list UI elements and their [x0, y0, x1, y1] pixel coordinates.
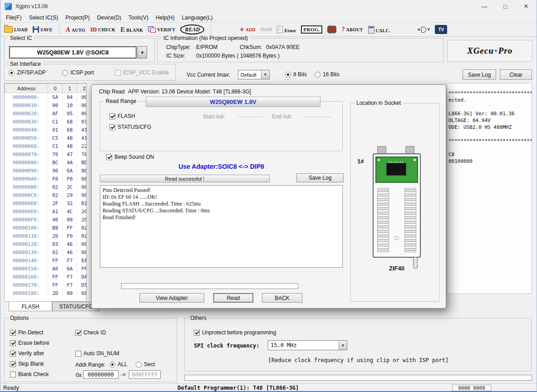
sect-radio-label: Sect — [144, 361, 155, 368]
auto-sn-checkbox[interactable]: Auto SN_NUM — [75, 350, 119, 357]
ic-select-dropdown[interactable]: ▼ — [138, 46, 147, 59]
device-log-panel[interactable]: ********************************ected.L8… — [447, 83, 532, 294]
addr-to-input[interactable]: 000FFFFF — [129, 370, 161, 379]
bits16-radio[interactable]: 16 Bits — [315, 71, 340, 78]
back-button[interactable]: BACK — [262, 293, 302, 303]
hex-row: 000000B0:022C00 — [5, 183, 87, 191]
read-log-line: ID: 0x EF 60 14 ......OK! — [103, 194, 340, 201]
unprotect-box — [194, 330, 200, 336]
ic-select[interactable]: W25Q80EW 1.8V @SOIC8 ▼ — [9, 46, 147, 59]
status-bar: Ready Default Programmer(1): T48 [TL866-… — [0, 383, 537, 392]
erase-button[interactable]: Erase — [277, 26, 296, 33]
tab-flash[interactable]: FLASH — [9, 302, 52, 311]
hex-row: 00000020:AF0500 — [5, 109, 87, 118]
zif-radio-circle — [9, 70, 15, 76]
flash-range-label: FLASH — [118, 113, 135, 119]
all-radio-circle — [109, 362, 115, 368]
menu-help[interactable]: Help(H) — [152, 14, 178, 22]
ic-test-button[interactable] — [327, 25, 336, 34]
skip-blank-checkbox[interactable]: Skip Blank — [10, 361, 44, 367]
brand-name: XGecu — [467, 46, 494, 56]
erase-label: Erase — [284, 28, 296, 33]
spi-clock-select[interactable]: 15.0 MHz ▼ — [268, 340, 347, 350]
read-log-line: Read Finished! — [103, 214, 340, 221]
device-log-line: OLTAGE: 04.94V — [448, 117, 532, 124]
toolbar: LOAD SAVE A AUTO ID CHECK E BLANK VERIFY… — [0, 22, 537, 37]
menu-bar: File(F) Select IC(S) Project(P) Device(D… — [0, 13, 537, 22]
device-log-line: ODE: USB2.0 HS 480MHZ — [448, 124, 532, 131]
read-button[interactable]: READ — [180, 24, 204, 34]
auto-button[interactable]: A AUTO — [66, 26, 85, 33]
hex-row: 00000170:FFF7D5 — [5, 281, 87, 289]
beep-sound-checkbox[interactable]: Beep Sound ON — [106, 154, 154, 160]
read-progress-caption: Read successful ! — [100, 175, 270, 182]
pin-detect-checkbox[interactable]: Pin Detect — [10, 329, 43, 336]
pin-detect-label: Pin Detect — [18, 329, 43, 336]
save-log-button[interactable]: Save Log — [463, 69, 496, 80]
addr-from-input[interactable]: 00000000 — [83, 370, 118, 379]
program-button[interactable]: PROG. — [301, 25, 322, 34]
hex-row: 00000100:B8FF02 — [5, 224, 87, 232]
verify-button[interactable]: VERIFY — [148, 26, 175, 33]
add-project-button[interactable]: + ADD — [240, 26, 256, 33]
menu-device[interactable]: Device(D) — [94, 14, 125, 22]
addr-range-sect-radio[interactable]: Sect — [136, 361, 155, 368]
blank-check-checkbox[interactable]: Blank Check — [10, 371, 49, 377]
calc-button[interactable]: CALC. — [368, 26, 390, 34]
close-button[interactable]: × — [516, 0, 537, 13]
read-log-line: Reading STATUS/CFG ...Succeeded. Time : … — [103, 207, 340, 214]
read-log-area[interactable]: Pins Detected Passed!ID: 0x EF 60 14 ...… — [100, 185, 343, 268]
bits16-label: 16 Bits — [323, 71, 340, 78]
dialog-save-log-button[interactable]: Save Log — [296, 173, 344, 182]
addr-range-all-radio[interactable]: ALL — [109, 361, 127, 368]
about-button[interactable]: ? ABOUT — [341, 26, 363, 33]
device-log-line — [448, 103, 532, 110]
chevron-down-icon[interactable]: ▼ — [339, 341, 347, 350]
maximize-button[interactable]: □ — [495, 0, 516, 13]
check-id-label: Check ID — [84, 329, 106, 336]
set-interface-group-label: Set Interface — [8, 61, 43, 67]
ic-select-value: W25Q80EW 1.8V @SOIC8 — [9, 46, 137, 59]
load-button[interactable]: LOAD — [4, 26, 28, 33]
status-cfg-range-checkbox[interactable]: STATUS/CFG — [109, 124, 151, 130]
auto-pen-icon: A — [66, 26, 70, 33]
tv-button[interactable]: TV — [435, 25, 447, 34]
select-ic-group: Select IC W25Q80EW 1.8V @SOIC8 ▼ — [4, 38, 155, 62]
ic-size-label: IC Size: — [166, 53, 185, 59]
save-button[interactable]: SAVE — [33, 26, 53, 33]
logic-test-button[interactable]: A Y — [418, 27, 430, 33]
menu-project[interactable]: Project(P) — [62, 14, 93, 22]
menu-language[interactable]: Language(L) — [178, 14, 216, 22]
verify-after-checkbox[interactable]: Verify after — [10, 350, 44, 357]
view-adapter-button[interactable]: View Adapter — [139, 293, 204, 303]
minimize-button[interactable]: — — [474, 0, 495, 13]
clear-button[interactable]: Clear — [500, 69, 532, 80]
menu-select-ic[interactable]: Select IC(S) — [25, 14, 62, 22]
hex-row: 000000E0:A14C20 — [5, 207, 87, 216]
flash-range-checkbox[interactable]: FLASH — [109, 113, 135, 119]
ram-button[interactable]: RAM — [261, 27, 272, 32]
sect-radio-circle — [136, 362, 142, 368]
dialog-read-button[interactable]: Read — [213, 293, 253, 303]
end-adr-label: End Adr: — [272, 113, 293, 120]
plus-icon: + — [240, 26, 244, 33]
erase-before-checkbox[interactable]: Erase before — [10, 340, 49, 346]
hex-editor[interactable]: Address 0 1 2 00000000:5A040000000010:00… — [4, 83, 87, 302]
zif-radio-label: ZIF/SP.ADP — [17, 69, 46, 76]
unprotect-checkbox[interactable]: Unprotect before programming — [194, 329, 276, 336]
menu-file[interactable]: File(F) — [2, 14, 25, 22]
chksum-value: 0x0A7A 90EE — [266, 44, 300, 50]
check-id-checkbox[interactable]: Check ID — [75, 329, 106, 336]
check-id-button[interactable]: ID CHECK — [90, 26, 116, 33]
blank-check-button[interactable]: E BLANK — [120, 26, 143, 33]
options-group-label: Options — [8, 315, 30, 321]
chip-type-label: ChipType: — [166, 44, 191, 50]
beep-sound-box — [106, 154, 112, 160]
vcc-imax-select[interactable]: Default ▼ — [238, 70, 270, 79]
zif-adp-radio[interactable]: ZIF/SP.ADP — [9, 69, 46, 76]
hex-row: 00000120:034600 — [5, 240, 87, 248]
menu-tools[interactable]: Tools(V) — [125, 14, 152, 22]
icsp-port-radio[interactable]: ICSP port — [62, 69, 94, 76]
bits8-radio[interactable]: 8 Bits — [285, 71, 307, 78]
chevron-down-icon[interactable]: ▼ — [261, 70, 269, 79]
